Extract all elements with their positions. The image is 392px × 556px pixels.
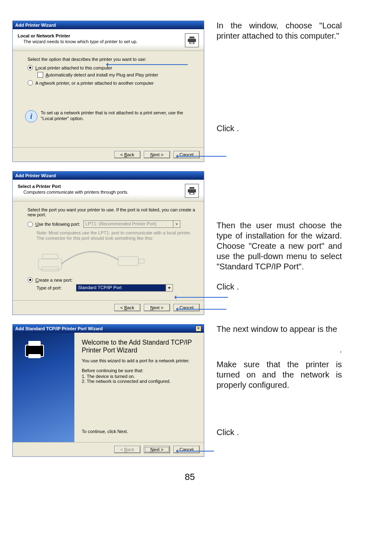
printer-icon xyxy=(185,33,199,47)
instruction-text: The next window to appear is the xyxy=(217,324,337,334)
window-title: Add Standard TCP/IP Printer Port Wizard xyxy=(15,326,103,331)
instruction-text: Click . xyxy=(217,427,342,438)
port-value: LPT1: (Recommended Printer Port) xyxy=(84,221,173,227)
instruction-text: Click . xyxy=(217,123,342,134)
radio-icon xyxy=(28,277,33,283)
port-type-dropdown[interactable]: Standard TCP/IP Port xyxy=(76,284,173,292)
before-item: 2. The network is connected and configur… xyxy=(82,379,196,384)
before-label: Before continuing be sure that: xyxy=(82,368,196,373)
add-printer-wizard-step1: Add Printer Wizard Local or Network Prin… xyxy=(12,21,204,162)
chevron-down-icon xyxy=(173,221,180,227)
next-button[interactable]: Next > xyxy=(144,151,170,158)
option-auto-detect[interactable]: Automatically detect and install my Plug… xyxy=(37,72,196,78)
info-icon: i xyxy=(25,110,37,123)
option-use-port[interactable]: Use the following port: LPT1: (Recommend… xyxy=(28,220,196,228)
port-type-label: Type of port: xyxy=(37,285,76,290)
wizard-banner xyxy=(13,333,74,442)
port-note: Note: Most computers use the LPT1: port … xyxy=(37,230,196,241)
chevron-down-icon[interactable] xyxy=(166,285,173,291)
wizard-header: Select a Printer Port Computers communic… xyxy=(13,180,204,202)
svg-rect-6 xyxy=(28,341,41,346)
instruction-text: In the window, choose "Local printer att… xyxy=(217,21,342,41)
back-button[interactable]: < Back xyxy=(114,151,141,158)
instruction-text: Click . xyxy=(217,282,342,292)
close-icon[interactable]: × xyxy=(196,326,201,331)
port-illustration xyxy=(37,244,152,273)
titlebar: Add Standard TCP/IP Printer Port Wizard … xyxy=(13,324,204,333)
info-panel: i To set up a network printer that is no… xyxy=(25,110,196,123)
callout-arrow xyxy=(177,309,226,310)
header-subtitle: The wizard needs to know which type of p… xyxy=(23,39,138,44)
option-network-label: twork printer, or a printer attached to … xyxy=(44,81,154,86)
option-create-label: reate a new port: xyxy=(39,278,73,283)
page-number: 85 xyxy=(12,472,367,482)
checkbox-icon xyxy=(37,72,43,78)
info-text: To set up a network printer that is not … xyxy=(41,110,196,122)
callout-arrow xyxy=(107,64,188,65)
lead-text: Select the port you want your printer to… xyxy=(28,207,196,217)
option-use-label: se the following port: xyxy=(39,222,80,227)
continue-text: To continue, click Next. xyxy=(82,429,196,434)
tcpip-port-wizard-welcome: Add Standard TCP/IP Printer Port Wizard … xyxy=(12,324,204,457)
callout-arrow xyxy=(175,297,228,298)
titlebar: Add Printer Wizard xyxy=(13,171,204,180)
callout-arrow xyxy=(177,451,214,452)
window-title: Add Printer Wizard xyxy=(15,173,56,178)
header-subtitle: Computers communicate with printers thro… xyxy=(23,190,129,195)
back-button: < Back xyxy=(114,446,141,453)
window-title: Add Printer Wizard xyxy=(15,23,56,28)
instruction-text: Then the user must choose the type of in… xyxy=(217,220,342,272)
instruction-column: Then the user must choose the type of in… xyxy=(204,171,342,302)
printer-icon xyxy=(185,184,199,198)
lead-text: Select the option that describes the pri… xyxy=(28,57,196,62)
back-button[interactable]: < Back xyxy=(114,304,141,311)
header-title: Local or Network Printer xyxy=(18,33,138,38)
radio-icon xyxy=(28,222,33,227)
titlebar: Add Printer Wizard xyxy=(13,21,204,29)
option-network-printer[interactable]: A network printer, or a printer attached… xyxy=(28,80,196,86)
before-item: 1. The device is turned on. xyxy=(82,374,196,379)
svg-rect-2 xyxy=(42,267,59,271)
option-local-label: ocal printer attached to this computer xyxy=(38,65,112,70)
instruction-text: Make sure that the printer is turned on … xyxy=(217,359,342,390)
svg-rect-1 xyxy=(42,254,58,259)
wizard-header: Local or Network Printer The wizard need… xyxy=(13,29,204,51)
header-title: Select a Printer Port xyxy=(18,184,129,189)
port-dropdown: LPT1: (Recommended Printer Port) xyxy=(83,220,180,228)
next-button[interactable]: Next > xyxy=(144,446,170,453)
radio-icon xyxy=(28,65,33,70)
callout-arrow xyxy=(177,156,226,157)
port-type-value: Standard TCP/IP Port xyxy=(76,285,166,291)
instruction-column: In the window, choose "Local printer att… xyxy=(204,21,342,144)
instruction-column: The next window to appear is the . Make … xyxy=(204,324,342,447)
svg-rect-3 xyxy=(118,257,138,266)
option-create-port[interactable]: Create a new port: xyxy=(28,277,196,283)
next-button[interactable]: Next > xyxy=(144,304,170,311)
welcome-title: Welcome to the Add Standard TCP/IP Print… xyxy=(82,338,196,354)
add-printer-wizard-step2: Add Printer Wizard Select a Printer Port… xyxy=(12,171,204,315)
option-auto-label: utomatically detect and install my Plug … xyxy=(48,72,158,77)
welcome-text: You use this wizard to add a port for a … xyxy=(82,358,196,363)
option-local-printer[interactable]: Local printer attached to this computer xyxy=(28,65,196,70)
svg-rect-0 xyxy=(39,259,62,269)
instruction-text: . xyxy=(339,345,342,355)
radio-icon xyxy=(28,80,33,86)
svg-rect-7 xyxy=(28,354,41,358)
svg-rect-4 xyxy=(138,259,144,263)
